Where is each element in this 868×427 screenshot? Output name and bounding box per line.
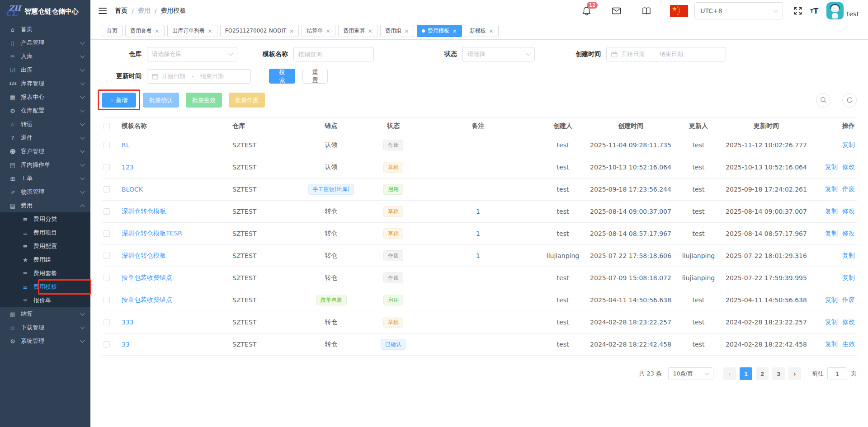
tab-fo-order[interactable]: FO2511270002-NODIT× [220, 25, 299, 37]
sidebar-item-warehouse-config[interactable]: ⚙仓库配置 [0, 104, 90, 117]
sidebar-item-system[interactable]: ⚙系统管理 [0, 334, 90, 348]
add-button[interactable]: + 新增 [102, 93, 136, 108]
row-action-link[interactable]: 复制 [825, 185, 838, 192]
sidebar-item-product[interactable]: ▯产品管理 [0, 36, 90, 50]
sidebar-item-warehouse-ops[interactable]: ▤库内操作单 [0, 158, 90, 172]
sidebar-item-settlement[interactable]: ▥结算 [0, 307, 90, 321]
row-action-link[interactable]: 复制 [842, 141, 855, 148]
next-page-button[interactable]: › [788, 367, 801, 380]
row-action-link[interactable]: 复制 [825, 230, 838, 237]
mail-icon[interactable] [612, 7, 621, 14]
row-checkbox[interactable] [104, 297, 110, 303]
language-flag-china[interactable]: ★ ★ ★ ★ ★ [670, 5, 688, 17]
row-checkbox[interactable] [104, 275, 110, 281]
row-action-link[interactable]: 复制 [825, 340, 838, 347]
tab-settlement-note[interactable]: 结算单× [302, 25, 335, 37]
create-time-range-picker[interactable]: 开始日期 - 结束日期 [606, 47, 726, 61]
row-name-link[interactable]: 按单包装收费锚点 [122, 296, 172, 303]
row-checkbox[interactable] [104, 142, 110, 148]
goto-page-input[interactable] [827, 367, 847, 380]
row-action-link[interactable]: 复制 [825, 163, 838, 170]
sidebar-item-fee-group[interactable]: ★费用组 [0, 253, 90, 267]
row-checkbox[interactable] [104, 253, 110, 259]
update-time-range-picker[interactable]: 开始日期 - 结束日期 [147, 69, 251, 84]
sidebar-item-inventory[interactable]: 123库存管理 [0, 77, 90, 90]
row-action-link[interactable]: 复制 [825, 207, 838, 215]
breadcrumb-home[interactable]: 首页 [115, 7, 127, 15]
sidebar-item-fee-category[interactable]: ≡费用分类 [0, 212, 90, 226]
row-action-link[interactable]: 复制 [842, 274, 855, 281]
row-name-link[interactable]: 123 [122, 164, 134, 171]
row-action-link[interactable]: 修改 [842, 318, 855, 325]
row-name-link[interactable]: 深圳仓转仓模板 [122, 252, 166, 259]
row-name-link[interactable]: BLOCK [122, 186, 143, 193]
sidebar-item-fee-template[interactable]: ≡费用模板 [0, 280, 90, 294]
tab-new-template[interactable]: 新模板× [465, 25, 499, 37]
row-name-link[interactable]: 深圳仓转仓模板TESR [122, 230, 182, 237]
row-checkbox[interactable] [104, 230, 110, 237]
sidebar-item-fee[interactable]: ▤费用 [0, 199, 90, 212]
timezone-select[interactable]: UTC+8 [694, 2, 783, 19]
sidebar-item-download[interactable]: ≡下载管理 [0, 321, 90, 334]
refresh-icon[interactable] [842, 93, 857, 108]
row-action-link[interactable]: 作废 [842, 296, 855, 303]
row-name-link[interactable]: RL [122, 141, 130, 149]
sidebar-item-logistics[interactable]: ⇗物流管理 [0, 185, 90, 199]
tab-close-icon[interactable]: × [368, 28, 373, 34]
font-size-icon[interactable]: TT [810, 7, 818, 15]
sidebar-item-returns[interactable]: ?退件 [0, 131, 90, 145]
row-action-link[interactable]: 修改 [842, 207, 855, 215]
batch-void-button[interactable]: 批量作废 [229, 93, 265, 108]
row-action-link[interactable]: 复制 [825, 296, 838, 303]
row-action-link[interactable]: 生效 [842, 340, 855, 347]
page-size-select[interactable]: 10条/页 [668, 367, 713, 380]
tab-fee-group[interactable]: 费用组× [380, 25, 414, 37]
sidebar-item-home[interactable]: ⌂首页 [0, 23, 90, 36]
row-name-link[interactable]: 深圳仓转仓模板 [122, 207, 166, 215]
tab-close-icon[interactable]: × [404, 28, 409, 34]
search-button[interactable]: 搜索 [269, 69, 295, 84]
sidebar-item-work-order[interactable]: ⊞工单 [0, 172, 90, 185]
row-action-link[interactable]: 修改 [842, 163, 855, 170]
sidebar-collapse-icon[interactable] [99, 8, 107, 14]
sidebar-item-fee-config[interactable]: ≡费用配置 [0, 239, 90, 253]
docs-book-icon[interactable] [642, 7, 651, 15]
page-button-2[interactable]: 2 [756, 367, 769, 380]
tab-outbound-order-list[interactable]: 出库订单列表× [167, 25, 217, 37]
template-name-input[interactable] [298, 51, 369, 58]
page-button-3[interactable]: 3 [772, 367, 785, 380]
sidebar-item-transfer[interactable]: ☆转运 [0, 117, 90, 131]
tab-close-icon[interactable]: × [155, 28, 160, 34]
row-action-link[interactable]: 复制 [825, 318, 838, 325]
row-checkbox[interactable] [104, 319, 110, 325]
sidebar-item-fee-item[interactable]: ≡费用项目 [0, 226, 90, 239]
tab-close-icon[interactable]: × [489, 28, 494, 34]
tab-home[interactable]: 首页 [102, 25, 123, 37]
tab-close-icon[interactable]: × [289, 28, 294, 34]
select-all-checkbox[interactable] [104, 123, 110, 129]
reset-button[interactable]: 重置 [302, 69, 328, 84]
row-checkbox[interactable] [104, 341, 110, 347]
row-checkbox[interactable] [104, 208, 110, 215]
table-search-icon[interactable] [816, 93, 830, 108]
warehouse-select[interactable]: 请选择仓库 [147, 47, 237, 61]
status-select[interactable]: 请选择 [462, 47, 535, 61]
row-name-link[interactable]: 33 [122, 341, 130, 348]
row-action-link[interactable]: 修改 [842, 230, 855, 237]
prev-page-button[interactable]: ‹ [723, 367, 736, 380]
avatar[interactable] [826, 2, 844, 19]
sidebar-item-customer[interactable]: ☻客户管理 [0, 145, 90, 158]
sidebar-item-report-center[interactable]: ▦报表中心 [0, 90, 90, 104]
fullscreen-icon[interactable] [794, 7, 802, 15]
batch-effect-button[interactable]: 批量生效 [186, 93, 222, 108]
sidebar-item-fee-package[interactable]: ≡费用套餐 [0, 267, 90, 280]
row-action-link[interactable]: 作废 [842, 185, 855, 192]
tab-fee-template[interactable]: 费用模板× [417, 25, 462, 37]
tab-fee-package[interactable]: 费用套餐× [125, 25, 165, 37]
batch-confirm-button[interactable]: 批量确认 [143, 93, 179, 108]
sidebar-item-inbound[interactable]: ≡入库 [0, 50, 90, 63]
row-checkbox[interactable] [104, 164, 110, 170]
row-name-link[interactable]: 333 [122, 319, 134, 326]
tab-close-icon[interactable]: × [326, 28, 330, 34]
tab-close-icon[interactable]: × [208, 28, 212, 34]
